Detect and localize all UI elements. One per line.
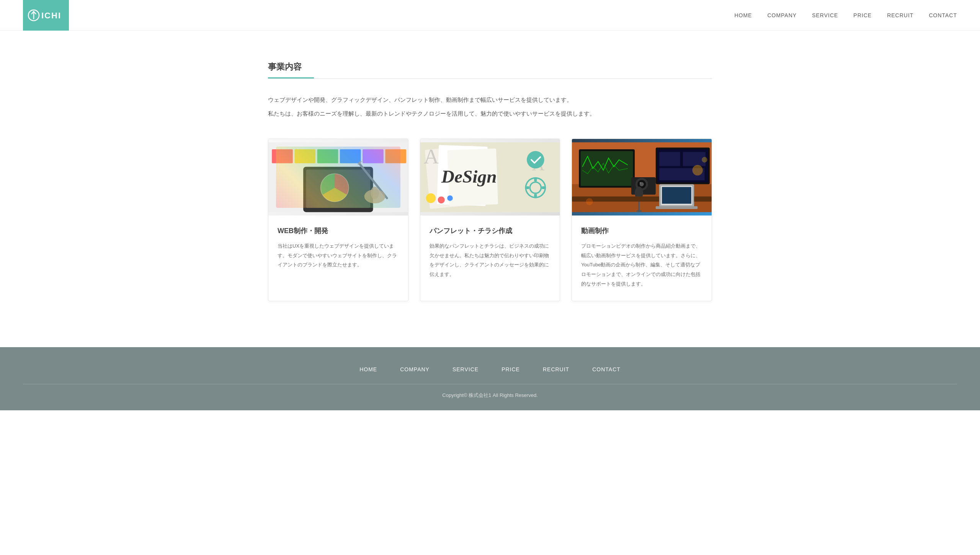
main-nav: HOME COMPANY SERVICE PRICE RECRUIT CONTA… <box>734 12 957 18</box>
footer-nav-company[interactable]: COMPANY <box>400 366 430 372</box>
svg-line-12 <box>359 163 387 198</box>
footer-nav-recruit[interactable]: RECRUIT <box>543 366 569 372</box>
svg-point-15 <box>364 189 385 203</box>
svg-rect-10 <box>303 167 373 212</box>
svg-point-33 <box>447 195 453 201</box>
svg-rect-29 <box>542 186 546 189</box>
svg-rect-28 <box>525 186 529 189</box>
svg-rect-50 <box>637 211 642 212</box>
footer-nav-home[interactable]: HOME <box>359 366 377 372</box>
svg-point-14 <box>321 174 349 202</box>
svg-rect-54 <box>656 206 697 209</box>
description-line1: ウェブデザインや開発、グラフィックデザイン、パンフレット制作、動画制作まで幅広い… <box>268 94 712 106</box>
video-image-svg <box>572 139 712 215</box>
svg-rect-6 <box>317 149 338 163</box>
card-design: DeSign A A <box>420 139 560 301</box>
svg-text:ICHI: ICHI <box>41 11 61 20</box>
svg-text:DeSign: DeSign <box>441 166 497 186</box>
card-web-text: 当社はUXを重視したウェブデザインを提供しています。モダンで使いやすいウェブサイ… <box>278 242 399 270</box>
section-divider <box>268 78 712 79</box>
svg-rect-55 <box>662 187 692 204</box>
logo-svg: ICHI <box>27 8 65 23</box>
logo-container[interactable]: ICHI <box>23 0 69 31</box>
nav-home[interactable]: HOME <box>734 12 752 18</box>
card-design-title: パンフレット・チラシ作成 <box>430 226 551 235</box>
svg-rect-26 <box>534 177 537 181</box>
main-content: 事業内容 ウェブデザインや開発、グラフィックデザイン、パンフレット制作、動画制作… <box>245 31 735 347</box>
nav-company[interactable]: COMPANY <box>767 12 797 18</box>
card-video-body: 動画制作 プロモーションビデオの制作から商品紹介動画まで、幅広い動画制作サービス… <box>572 215 712 301</box>
svg-text:A: A <box>424 145 439 168</box>
svg-rect-5 <box>294 149 315 163</box>
design-image-svg: DeSign A A <box>420 139 560 215</box>
svg-rect-7 <box>340 149 361 163</box>
card-video-title: 動画制作 <box>581 226 702 235</box>
footer-copyright: Copyright© 株式会社1 All Rights Reserved. <box>23 384 957 399</box>
svg-point-31 <box>426 193 436 203</box>
svg-rect-3 <box>268 142 408 212</box>
svg-rect-4 <box>272 149 293 163</box>
svg-line-13 <box>358 162 361 164</box>
card-web-title: WEB制作・開発 <box>278 226 399 235</box>
card-video: 動画制作 プロモーションビデオの制作から商品紹介動画まで、幅広い動画制作サービス… <box>572 139 712 301</box>
svg-point-58 <box>586 198 593 205</box>
card-web: WEB制作・開発 当社はUXを重視したウェブデザインを提供しています。モダンで使… <box>268 139 408 301</box>
section-description: ウェブデザインや開発、グラフィックデザイン、パンフレット制作、動画制作まで幅広い… <box>268 94 712 119</box>
svg-rect-11 <box>306 170 370 208</box>
svg-rect-27 <box>534 194 537 198</box>
nav-contact[interactable]: CONTACT <box>929 12 957 18</box>
svg-point-16 <box>371 187 379 199</box>
card-video-image <box>572 139 712 215</box>
svg-point-57 <box>702 157 707 163</box>
nav-recruit[interactable]: RECRUIT <box>887 12 913 18</box>
svg-rect-40 <box>659 152 680 166</box>
nav-price[interactable]: PRICE <box>853 12 872 18</box>
web-image-svg <box>268 139 408 215</box>
card-video-text: プロモーションビデオの制作から商品紹介動画まで、幅広い動画制作サービスを提供して… <box>581 242 702 289</box>
card-design-body: パンフレット・チラシ作成 効果的なパンフレットとチラシは、ビジネスの成功に欠かせ… <box>420 215 560 292</box>
card-web-image <box>268 139 408 215</box>
section-title: 事業内容 <box>268 61 712 73</box>
svg-rect-37 <box>581 151 633 186</box>
card-design-image: DeSign A A <box>420 139 560 215</box>
description-line2: 私たちは、お客様のニーズを理解し、最新のトレンドやテクノロジーを活用して、魅力的… <box>268 108 712 119</box>
svg-point-30 <box>527 151 544 169</box>
cards-grid: WEB制作・開発 当社はUXを重視したウェブデザインを提供しています。モダンで使… <box>268 139 712 301</box>
footer-nav-price[interactable]: PRICE <box>501 366 520 372</box>
section-title-area: 事業内容 <box>268 61 712 79</box>
svg-rect-9 <box>385 149 406 163</box>
footer: HOME COMPANY SERVICE PRICE RECRUIT CONTA… <box>0 347 980 410</box>
footer-nav-contact[interactable]: CONTACT <box>592 366 621 372</box>
footer-nav: HOME COMPANY SERVICE PRICE RECRUIT CONTA… <box>23 366 957 372</box>
nav-service[interactable]: SERVICE <box>812 12 838 18</box>
card-design-text: 効果的なパンフレットとチラシは、ビジネスの成功に欠かせません。私たちは魅力的で伝… <box>430 242 551 279</box>
svg-point-47 <box>640 182 641 184</box>
header: ICHI HOME COMPANY SERVICE PRICE RECRUIT … <box>0 0 980 31</box>
svg-rect-8 <box>363 149 384 163</box>
svg-point-56 <box>693 165 703 175</box>
svg-point-32 <box>438 196 444 203</box>
logo-box: ICHI <box>23 0 69 31</box>
footer-nav-service[interactable]: SERVICE <box>452 366 479 372</box>
card-web-body: WEB制作・開発 当社はUXを重視したウェブデザインを提供しています。モダンで使… <box>268 215 408 282</box>
